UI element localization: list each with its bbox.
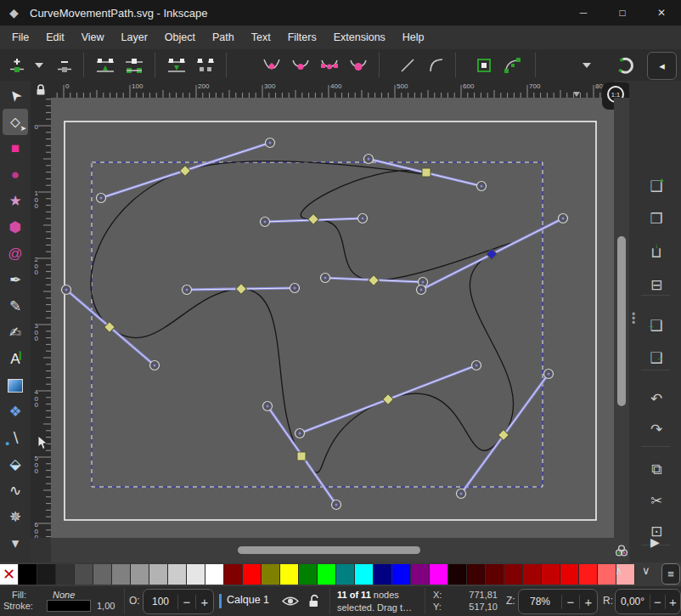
- color-swatch[interactable]: [131, 564, 149, 585]
- menu-path[interactable]: Path: [204, 25, 243, 49]
- layer-name[interactable]: Calque 1: [227, 594, 269, 606]
- palette-menu-button[interactable]: ≡: [661, 563, 680, 585]
- rotation-value[interactable]: 0,00°: [616, 596, 650, 608]
- color-swatch[interactable]: [411, 564, 430, 585]
- zoom-plus-button[interactable]: +: [579, 595, 597, 609]
- tweak-tool[interactable]: ∿: [3, 478, 28, 504]
- path-node[interactable]: [383, 394, 394, 405]
- redo-icon[interactable]: ↷: [646, 419, 667, 439]
- menu-text[interactable]: Text: [243, 25, 279, 49]
- line-segment-button[interactable]: [396, 54, 419, 76]
- color-swatch[interactable]: [542, 564, 560, 585]
- color-swatch[interactable]: [430, 564, 448, 585]
- opacity-plus-button[interactable]: +: [195, 595, 213, 609]
- join-with-segment-button[interactable]: [122, 54, 145, 76]
- minimize-button[interactable]: ─: [564, 0, 603, 25]
- path-node[interactable]: [369, 275, 380, 286]
- rotation-spinner[interactable]: 0,00° − +: [615, 589, 681, 614]
- spray-tool[interactable]: ✵: [3, 504, 28, 530]
- text-tool[interactable]: A▎: [3, 346, 28, 372]
- auto-node-button[interactable]: [346, 54, 369, 76]
- symmetric-node-button[interactable]: [318, 54, 340, 76]
- path-node[interactable]: [308, 214, 319, 225]
- color-swatch[interactable]: [579, 564, 598, 585]
- zoom-spinner[interactable]: 78% − +: [518, 589, 598, 614]
- smooth-node-button[interactable]: [289, 54, 312, 76]
- path-node[interactable]: [297, 452, 306, 461]
- palette-scroll-down[interactable]: ∨: [642, 564, 650, 577]
- opacity-value[interactable]: 100: [144, 596, 177, 608]
- delete-segment-button[interactable]: [194, 54, 217, 76]
- color-swatch[interactable]: [262, 564, 280, 585]
- color-swatch[interactable]: [19, 564, 37, 585]
- canvas[interactable]: [51, 98, 614, 538]
- color-swatch[interactable]: [299, 564, 318, 585]
- color-swatch[interactable]: [523, 564, 542, 585]
- expand-panel-arrow[interactable]: ▶: [650, 535, 660, 549]
- menu-layer[interactable]: Layer: [113, 25, 156, 49]
- bezier-path[interactable]: [91, 161, 514, 473]
- stroke-to-path-button[interactable]: [501, 54, 524, 76]
- opacity-spinner[interactable]: 100 − +: [143, 589, 214, 614]
- menu-extensions[interactable]: Extensions: [325, 25, 394, 49]
- color-swatch[interactable]: [56, 564, 75, 585]
- stroke-swatch[interactable]: [47, 600, 91, 612]
- menu-file[interactable]: File: [3, 25, 37, 49]
- node-tool[interactable]: ⬦➤: [3, 109, 28, 135]
- swatch-none[interactable]: ✕: [0, 564, 19, 585]
- object-to-path-button[interactable]: [472, 54, 495, 76]
- color-swatch[interactable]: [75, 564, 93, 585]
- menu-object[interactable]: Object: [156, 25, 204, 49]
- object-rotate-icon[interactable]: [613, 54, 636, 76]
- insert-node-button[interactable]: [5, 54, 28, 76]
- import-icon[interactable]: ❑→: [646, 315, 667, 336]
- rotation-minus-button[interactable]: −: [650, 595, 665, 609]
- color-managed-view-button[interactable]: [614, 538, 629, 562]
- color-swatch[interactable]: [112, 564, 131, 585]
- color-swatch[interactable]: [243, 564, 262, 585]
- bucket-tool[interactable]: ⬙: [3, 451, 28, 478]
- layer-unlock-icon[interactable]: [307, 593, 321, 608]
- path-node[interactable]: [180, 166, 191, 177]
- fill-value[interactable]: None: [53, 590, 75, 600]
- color-swatch[interactable]: [392, 564, 411, 585]
- spiral-tool[interactable]: @: [3, 240, 28, 267]
- selector-tool[interactable]: ➤: [3, 82, 28, 109]
- color-swatch[interactable]: [318, 564, 336, 585]
- stroke-width-value[interactable]: 1,00: [97, 601, 115, 611]
- menu-help[interactable]: Help: [394, 25, 433, 49]
- close-button[interactable]: ✕: [642, 0, 681, 25]
- panel-grip-handle[interactable]: •••: [632, 313, 635, 325]
- pen-tool[interactable]: ✒: [3, 267, 28, 293]
- color-swatch[interactable]: [486, 564, 504, 585]
- color-swatch[interactable]: [168, 564, 187, 585]
- color-swatch[interactable]: [93, 564, 112, 585]
- vertical-scrollbar-thumb[interactable]: [617, 236, 626, 406]
- menu-edit[interactable]: Edit: [37, 25, 73, 49]
- open-document-icon[interactable]: ❒: [646, 208, 667, 229]
- color-swatch[interactable]: [336, 564, 355, 585]
- palette-scroll-up[interactable]: ∧: [615, 564, 623, 577]
- insert-node-dropdown[interactable]: [31, 54, 48, 76]
- path-node[interactable]: [487, 249, 498, 260]
- delete-node-button[interactable]: [53, 54, 76, 76]
- copy-icon[interactable]: ⧉: [646, 460, 667, 480]
- curve-segment-button[interactable]: [425, 54, 447, 76]
- undo-icon[interactable]: ↶: [646, 388, 667, 409]
- gradient-tool[interactable]: [3, 372, 28, 398]
- menu-view[interactable]: View: [73, 25, 113, 49]
- more-tools[interactable]: ▾: [3, 530, 28, 557]
- vertical-scrollbar[interactable]: [614, 98, 629, 538]
- horizontal-ruler[interactable]: 0100200300400500600700800: [51, 81, 614, 98]
- color-swatch[interactable]: [598, 564, 616, 585]
- color-swatch[interactable]: [374, 564, 392, 585]
- layer-visibility-eye-icon[interactable]: [282, 595, 299, 608]
- ellipse-tool[interactable]: ●: [3, 161, 28, 188]
- path-node[interactable]: [236, 284, 247, 295]
- lock-guides-button[interactable]: [31, 81, 51, 98]
- color-swatch[interactable]: [280, 564, 299, 585]
- color-swatch[interactable]: [467, 564, 486, 585]
- menu-filters[interactable]: Filters: [279, 25, 325, 49]
- color-swatch[interactable]: [448, 564, 467, 585]
- color-swatch[interactable]: [224, 564, 243, 585]
